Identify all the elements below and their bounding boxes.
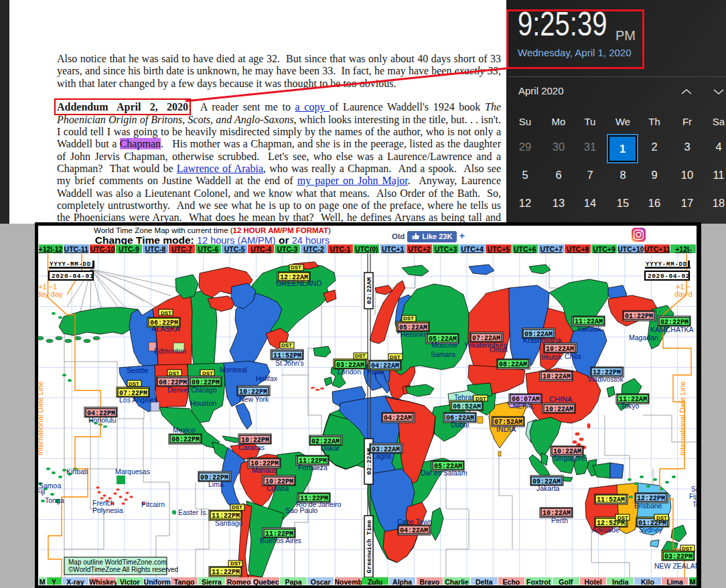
svg-text:DST: DST xyxy=(161,310,171,316)
svg-text:DST: DST xyxy=(618,515,628,521)
svg-text:2020-04-01: 2020-04-01 xyxy=(52,273,94,280)
svg-text:Mexico: Mexico xyxy=(173,426,195,434)
svg-text:NEPAL: NEPAL xyxy=(513,402,534,410)
svg-text:London: London xyxy=(338,368,361,376)
svg-text:Manaus: Manaus xyxy=(252,466,277,474)
svg-text:Lagos: Lagos xyxy=(372,452,392,460)
svg-text:Dubai: Dubai xyxy=(451,421,469,429)
svg-text:St John's: St John's xyxy=(275,359,304,367)
svg-text:©WorldTimeZone All Rights rese: ©WorldTimeZone All Rights reserved xyxy=(68,566,178,573)
svg-text:Fortaleza: Fortaleza xyxy=(298,463,328,471)
svg-text:06:52AM: 06:52AM xyxy=(453,403,481,411)
svg-text:Sydney: Sydney xyxy=(639,526,663,534)
svg-text:Jakarta: Jakarta xyxy=(536,484,560,492)
svg-text:Tokyo: Tokyo xyxy=(621,402,640,410)
svg-text:Polynesia: Polynesia xyxy=(92,506,123,514)
svg-text:Honolulu: Honolulu xyxy=(88,416,117,424)
svg-text:Helsinki: Helsinki xyxy=(401,330,425,338)
svg-text:Singapore: Singapore xyxy=(553,454,585,462)
svg-text:Paris: Paris xyxy=(367,368,383,376)
svg-text:Vladivostok: Vladivostok xyxy=(587,375,624,383)
svg-text:DST: DST xyxy=(403,315,414,321)
svg-text:08:22PM: 08:22PM xyxy=(171,436,200,443)
svg-text:Perth: Perth xyxy=(551,516,568,524)
svg-text:DST: DST xyxy=(390,354,401,360)
svg-text:Tonga: Tonga xyxy=(45,496,64,504)
svg-text:Magadan: Magadan xyxy=(629,334,658,342)
svg-text:Buenos Aires: Buenos Aires xyxy=(260,536,301,544)
svg-text:DST: DST xyxy=(682,546,693,552)
svg-text:DST: DST xyxy=(291,265,301,271)
svg-text:Dakar: Dakar xyxy=(321,444,340,452)
svg-text:GREENLAND: GREENLAND xyxy=(276,279,322,287)
svg-text:Sam: Sam xyxy=(691,486,697,493)
svg-text:Kiribati: Kiribati xyxy=(66,467,88,475)
svg-text:DST: DST xyxy=(169,370,179,376)
svg-text:Samara: Samara xyxy=(431,350,455,358)
svg-text:10:22AM: 10:22AM xyxy=(545,406,573,413)
svg-text:Brisbane: Brisbane xyxy=(634,502,662,510)
svg-text:DST: DST xyxy=(281,342,292,348)
svg-text:Chita: Chita xyxy=(565,352,581,360)
svg-text:KAMCHATKA: KAMCHATKA xyxy=(650,325,694,334)
svg-text:Santiago: Santiago xyxy=(215,519,243,527)
svg-text:Montreal: Montreal xyxy=(220,366,247,374)
svg-text:DST: DST xyxy=(476,396,486,402)
svg-text:03:22PM: 03:22PM xyxy=(664,553,693,561)
svg-text:Caracas: Caracas xyxy=(238,443,265,451)
svg-text:International Date Line: International Date Line xyxy=(678,381,686,455)
svg-text:Tehran: Tehran xyxy=(454,393,476,401)
svg-text:Greenwich Time: Greenwich Time xyxy=(366,520,373,573)
svg-text:DST: DST xyxy=(129,381,139,387)
svg-text:Fiji: Fiji xyxy=(38,488,45,496)
svg-text:DST: DST xyxy=(202,370,213,376)
svg-text:Adelaide: Adelaide xyxy=(592,526,620,534)
svg-text:International Date Line: International Date Line xyxy=(38,381,44,455)
svg-text:INDIA: INDIA xyxy=(496,425,516,433)
svg-text:10:22AM: 10:22AM xyxy=(542,373,571,380)
svg-text:Denver: Denver xyxy=(167,386,190,394)
svg-text:day d: day d xyxy=(674,290,693,298)
svg-text:01:22PM: 01:22PM xyxy=(625,313,653,320)
svg-text:Lima: Lima xyxy=(208,480,224,488)
svg-text:DST: DST xyxy=(232,504,242,510)
svg-text:Los Angeles: Los Angeles xyxy=(119,396,157,404)
svg-text:Cape Town: Cape Town xyxy=(397,518,433,526)
svg-text:NEW ZEALAN: NEW ZEALAN xyxy=(654,562,697,570)
svg-text:DST: DST xyxy=(355,353,366,359)
svg-text:Cuiaba: Cuiaba xyxy=(267,484,289,492)
svg-text:Chicago: Chicago xyxy=(191,386,217,394)
svg-text:04:22AM: 04:22AM xyxy=(384,415,412,422)
svg-text:Omsk: Omsk xyxy=(490,346,508,354)
svg-text:DST: DST xyxy=(656,515,667,521)
svg-text:ALASKA: ALASKA xyxy=(151,325,180,333)
svg-text:To: To xyxy=(693,501,697,508)
svg-text:11:52AM: 11:52AM xyxy=(597,496,625,504)
svg-text:Easter Is.: Easter Is. xyxy=(178,508,208,516)
svg-text:CHINA: CHINA xyxy=(549,395,573,403)
svg-text:day day: day day xyxy=(38,290,63,298)
svg-text:Halifax: Halifax xyxy=(256,374,278,382)
svg-text:Map outline WorldTimeZone.com: Map outline WorldTimeZone.com xyxy=(68,559,167,566)
svg-text:Pitcairn: Pitcairn xyxy=(141,500,165,508)
svg-text:New York: New York xyxy=(239,395,269,403)
svg-text:02:22AM: 02:22AM xyxy=(366,277,373,304)
svg-text:Fiji: Fiji xyxy=(689,493,697,500)
svg-text:Yakutsk: Yakutsk xyxy=(577,325,601,333)
svg-text:Dar es Salaam: Dar es Salaam xyxy=(421,469,467,477)
svg-text:11:22PM: 11:22PM xyxy=(212,569,240,576)
svg-text:08:22AM: 08:22AM xyxy=(499,361,527,368)
svg-text:Edmonton: Edmonton xyxy=(154,347,186,355)
svg-text:Sao Paulo: Sao Paulo xyxy=(285,506,318,514)
svg-text:Moscow: Moscow xyxy=(431,341,457,349)
svg-text:Seattle: Seattle xyxy=(127,366,149,374)
svg-text:Houston: Houston xyxy=(190,399,216,407)
svg-text:04:22AM: 04:22AM xyxy=(400,527,428,534)
svg-text:2020-04-02: 2020-04-02 xyxy=(648,273,690,280)
svg-text:Irkutsk: Irkutsk xyxy=(541,353,563,361)
svg-text:DST: DST xyxy=(230,561,241,567)
svg-text:Marquesas: Marquesas xyxy=(115,467,150,475)
